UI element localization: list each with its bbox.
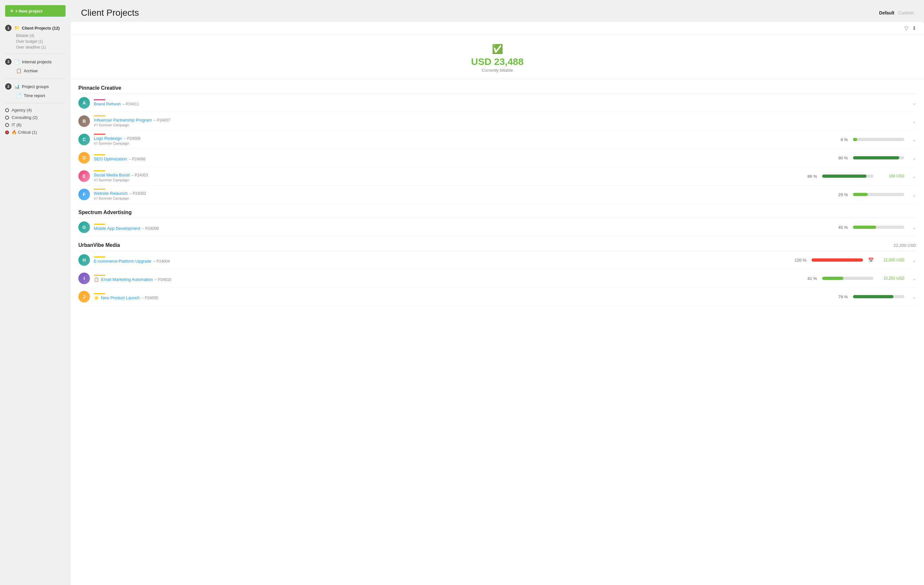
project-name-email-marketing[interactable]: Email Marketing Automation (101, 277, 153, 282)
project-row-email-marketing[interactable]: I📋Email Marketing Automation– P2401041 %… (78, 269, 916, 288)
project-sub-social-media-boost: 🏷Summer Campaign (94, 178, 799, 182)
dot-red-icon (5, 131, 9, 134)
sidebar-sub-billable[interactable]: Billable (4) (0, 33, 71, 38)
color-bar-new-product-launch (94, 293, 106, 294)
calendar-icon-ecommerce-upgrade: 📅 (868, 258, 874, 263)
project-row-ecommerce-upgrade[interactable]: HE-commerce Platform Upgrade– P24004120 … (78, 251, 916, 269)
billable-label: Currently billable (482, 68, 513, 73)
project-row-mobile-app[interactable]: GMobile App Development– P2400845 %⌄ (78, 218, 916, 236)
project-name-new-product-launch[interactable]: New Product Launch (101, 296, 140, 300)
project-right-website-relaunch: 29 %⌄ (833, 192, 916, 198)
section-header-1: Spectrum Advertising (78, 204, 916, 218)
project-row-influencer-partnership[interactable]: BInfluencer Partnership Program– P24007🏷… (78, 112, 916, 131)
sidebar-sub-over-budget[interactable]: Over budget (1) (0, 38, 71, 45)
chevron-seo-optimization[interactable]: ⌄ (912, 155, 916, 161)
progress-bar-website-relaunch (853, 193, 904, 196)
sub-icon-email-marketing: 📋 (94, 277, 99, 282)
project-name-influencer-partnership[interactable]: Influencer Partnership Program (94, 117, 152, 122)
sidebar-item-client-projects[interactable]: 1 📁 Client Projects (12) (0, 23, 71, 33)
sidebar: + New project 1 📁 Client Projects (12) B… (0, 0, 71, 585)
project-name-social-media-boost[interactable]: Social Media Boost (94, 173, 129, 177)
project-percent-logo-redesign: 8 % (833, 137, 848, 142)
sidebar-item-time-report[interactable]: 📄 Time report (0, 91, 71, 100)
chevron-email-marketing[interactable]: ⌄ (912, 276, 916, 282)
color-bar-ecommerce-upgrade (94, 256, 106, 258)
project-code-influencer-partnership: – P24007 (154, 118, 170, 122)
chevron-logo-redesign[interactable]: ⌄ (912, 137, 916, 143)
project-row-seo-optimization[interactable]: DSEO Optimization– P2400690 %⌄ (78, 149, 916, 167)
dot-green-icon (5, 116, 9, 119)
project-percent-email-marketing: 41 % (803, 276, 817, 281)
new-project-button[interactable]: + New project (5, 5, 66, 17)
project-code-seo-optimization: – P24006 (129, 157, 145, 161)
sidebar-item-archive[interactable]: 📋 Archive (0, 66, 71, 75)
project-row-social-media-boost[interactable]: ESocial Media Boost– P24003🏷Summer Campa… (78, 167, 916, 185)
section-0: Pinnacle CreativeABrand Refresh– P24011⌄… (78, 79, 916, 204)
section-header-0: Pinnacle Creative (78, 79, 916, 94)
color-bar-seo-optimization (94, 154, 106, 155)
project-name-brand-refresh[interactable]: Brand Refresh (94, 102, 121, 106)
progress-fill-website-relaunch (853, 193, 868, 196)
chevron-social-media-boost[interactable]: ⌄ (912, 173, 916, 179)
view-default-button[interactable]: Default (879, 10, 894, 15)
project-code-mobile-app: – P24008 (142, 226, 159, 231)
grid-icon: 📊 (14, 84, 19, 89)
sidebar-tag-critical[interactable]: 🔥 Critical (1) (0, 129, 71, 136)
project-name-seo-optimization[interactable]: SEO Optimization (94, 157, 127, 161)
sidebar-tag-it[interactable]: IT (6) (0, 121, 71, 129)
avatar-email-marketing: I (78, 273, 90, 284)
project-info-email-marketing: 📋Email Marketing Automation– P24010 (94, 275, 799, 282)
name-row-mobile-app: Mobile App Development– P24008 (94, 226, 830, 231)
avatar-logo-redesign: C (78, 134, 90, 145)
project-row-new-product-launch[interactable]: J⭐New Product Launch– P2400579 %⌄ (78, 288, 916, 306)
project-right-logo-redesign: 8 %⌄ (833, 137, 916, 143)
chevron-mobile-app[interactable]: ⌄ (912, 224, 916, 230)
sub-text-social-media-boost: Summer Campaign (99, 178, 129, 182)
project-right-email-marketing: 41 %10,200 USD⌄ (803, 276, 916, 282)
sidebar-item-project-groups[interactable]: 2 📊 Project groups (0, 82, 71, 91)
chevron-ecommerce-upgrade[interactable]: ⌄ (912, 257, 916, 263)
section-1: Spectrum AdvertisingGMobile App Developm… (78, 204, 916, 236)
name-row-influencer-partnership: Influencer Partnership Program– P24007 (94, 117, 906, 122)
project-row-website-relaunch[interactable]: FWebsite Relaunch– P24002🏷Summer Campaig… (78, 185, 916, 204)
project-name-website-relaunch[interactable]: Website Relaunch (94, 191, 127, 196)
project-row-brand-refresh[interactable]: ABrand Refresh– P24011⌄ (78, 94, 916, 112)
project-row-logo-redesign[interactable]: CLogo Redesign– P24009🏷Summer Campaign8 … (78, 131, 916, 149)
download-button[interactable]: ⬇ (912, 25, 916, 31)
avatar-influencer-partnership: B (78, 116, 90, 127)
project-code-new-product-launch: – P24005 (142, 296, 158, 300)
check-circle-icon: ✅ (492, 44, 503, 55)
color-bar-influencer-partnership (94, 116, 106, 116)
section-2: UrbanVibe Media22,200 USDHE-commerce Pla… (78, 236, 916, 306)
sidebar-tag-consulting[interactable]: Consulting (2) (0, 114, 71, 121)
chevron-website-relaunch[interactable]: ⌄ (912, 192, 916, 198)
project-info-brand-refresh: Brand Refresh– P24011 (94, 99, 906, 106)
project-percent-social-media-boost: 86 % (803, 174, 817, 179)
sidebar-sub-over-deadline[interactable]: Over deadline (1) (0, 45, 71, 50)
sidebar-tag-agency[interactable]: Agency (4) (0, 106, 71, 114)
sidebar-item-internal-projects[interactable]: 3 📄 Internal projects (0, 57, 71, 66)
chevron-new-product-launch[interactable]: ⌄ (912, 294, 916, 300)
view-custom-button[interactable]: Custom (898, 10, 914, 15)
sub-icon-website-relaunch: 🏷 (94, 197, 97, 200)
project-name-mobile-app[interactable]: Mobile App Development (94, 226, 140, 231)
archive-icon: 📋 (16, 68, 21, 73)
project-right-new-product-launch: 79 %⌄ (833, 294, 916, 300)
page-title: Client Projects (81, 8, 139, 18)
avatar-social-media-boost: E (78, 170, 90, 182)
badge-3: 3 (5, 58, 12, 65)
chevron-influencer-partnership[interactable]: ⌄ (912, 118, 916, 124)
project-code-ecommerce-upgrade: – P24004 (153, 259, 170, 264)
project-code-logo-redesign: – P24009 (124, 136, 140, 141)
section-total-2: 22,200 USD (893, 243, 916, 248)
dot-yellow-icon (5, 123, 9, 127)
project-amount-ecommerce-upgrade: 12,000 USD (879, 258, 904, 262)
stats-bar: ✅ USD 23,488 Currently billable (71, 35, 924, 79)
avatar-ecommerce-upgrade: H (78, 254, 90, 266)
color-bar-brand-refresh (94, 99, 106, 100)
filter-button[interactable]: ▽ (904, 25, 908, 31)
sub-icon-social-media-boost: 🏷 (94, 178, 97, 182)
chevron-brand-refresh[interactable]: ⌄ (912, 100, 916, 106)
project-name-logo-redesign[interactable]: Logo Redesign (94, 136, 122, 141)
project-name-ecommerce-upgrade[interactable]: E-commerce Platform Upgrade (94, 259, 151, 264)
